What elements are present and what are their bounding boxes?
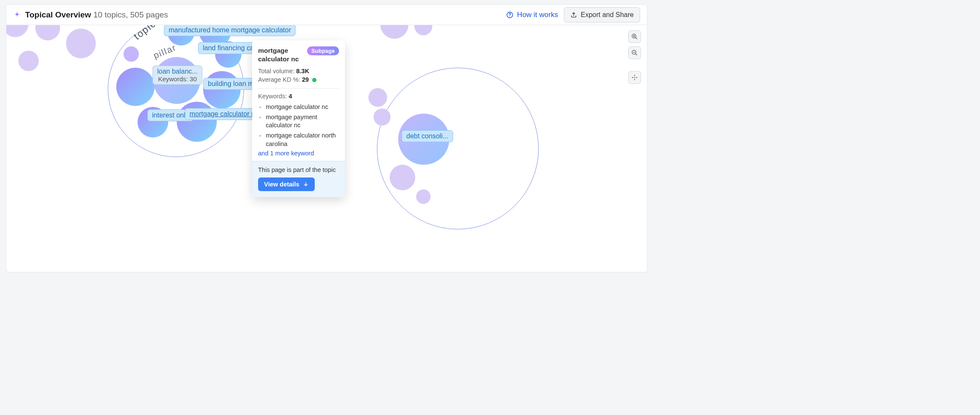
- keywords-count: 4: [289, 93, 292, 100]
- view-details-button[interactable]: View details: [258, 177, 315, 191]
- popover-title: mortgage calculator nc: [258, 46, 304, 63]
- cluster-canvas[interactable]: topic pillar loan balanc... Keywords: 30…: [6, 25, 647, 272]
- more-keywords-link[interactable]: and 1 more keyword: [258, 150, 339, 157]
- cluster-node[interactable]: [203, 71, 241, 109]
- node-popover: mortgage calculator nc Subpage Total vol…: [252, 40, 345, 197]
- volume-label: Total volume:: [258, 68, 294, 74]
- sparkle-icon: [13, 11, 21, 19]
- panel-meta: 10 topics, 505 pages: [93, 10, 168, 19]
- node-chip-debt[interactable]: debt consoli...: [402, 130, 453, 142]
- cluster-node[interactable]: [116, 68, 155, 106]
- popover-footer: This page is part of the topic View deta…: [252, 161, 345, 197]
- zoom-out-icon: [631, 49, 638, 56]
- node-chip-manufactured[interactable]: manufactured home mortgage calculator: [164, 25, 296, 36]
- cluster-node[interactable]: [124, 46, 139, 62]
- keywords-label: Keywords:: [258, 93, 287, 100]
- topical-overview-panel: Topical Overview 10 topics, 505 pages Ho…: [6, 4, 647, 272]
- subpage-badge: Subpage: [307, 46, 339, 55]
- keyword-item: mortgage payment calculator nc: [266, 113, 339, 130]
- svg-point-1: [509, 16, 510, 17]
- cluster-node[interactable]: [390, 165, 415, 190]
- popover-divider: [258, 88, 339, 89]
- header-actions: How it works Export and Share: [506, 7, 640, 23]
- popover-footer-text: This page is part of the topic: [258, 166, 339, 173]
- node-chip-mortgage-nc[interactable]: mortgage calculator nc: [185, 108, 263, 120]
- cluster-node[interactable]: [368, 88, 387, 107]
- keyword-item: mortgage calculator north carolina: [266, 132, 339, 148]
- help-icon: [506, 11, 514, 19]
- volume-value: 8.3K: [296, 68, 309, 74]
- zoom-out-button[interactable]: [628, 46, 641, 59]
- cluster-node[interactable]: [380, 25, 408, 39]
- pillar-chip[interactable]: loan balanc... Keywords: 30: [152, 66, 202, 85]
- cluster-node[interactable]: [374, 109, 391, 126]
- header-title-group: Topical Overview 10 topics, 505 pages: [13, 10, 168, 20]
- panel-title: Topical Overview: [25, 10, 91, 19]
- kd-value: 29: [302, 76, 309, 83]
- cluster-node[interactable]: [18, 51, 39, 71]
- export-share-label: Export and Share: [581, 11, 634, 19]
- pillar-chip-sub: Keywords: 30: [157, 75, 198, 83]
- cluster-node[interactable]: [416, 189, 431, 204]
- arrow-down-icon: [303, 181, 309, 187]
- zoom-in-icon: [631, 33, 638, 40]
- keywords-list: mortgage calculator nc mortgage payment …: [258, 103, 339, 148]
- svg-point-4: [634, 77, 635, 78]
- cluster-node[interactable]: [6, 25, 29, 37]
- upload-icon: [570, 11, 577, 18]
- crosshair-icon: [631, 74, 638, 81]
- zoom-in-button[interactable]: [628, 30, 641, 43]
- keyword-item: mortgage calculator nc: [266, 103, 339, 112]
- panel-header: Topical Overview 10 topics, 505 pages Ho…: [6, 5, 647, 25]
- how-it-works-link[interactable]: How it works: [506, 11, 558, 19]
- view-details-label: View details: [264, 181, 299, 188]
- kd-indicator-dot: [312, 78, 316, 82]
- kd-label: Average KD %:: [258, 76, 300, 83]
- cluster-node[interactable]: [35, 25, 60, 40]
- export-share-button[interactable]: Export and Share: [564, 7, 640, 23]
- fit-view-button[interactable]: [628, 71, 641, 84]
- cluster-node[interactable]: [66, 29, 96, 58]
- how-it-works-label: How it works: [517, 11, 558, 19]
- pillar-chip-label: loan balanc...: [157, 68, 198, 75]
- cluster-node[interactable]: [414, 25, 432, 35]
- zoom-controls: [628, 30, 641, 84]
